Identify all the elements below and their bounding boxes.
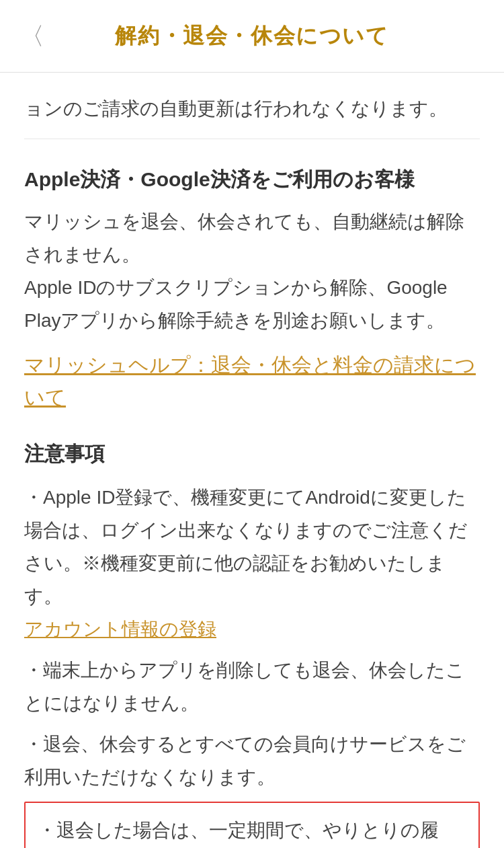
- page-title: 解約・退会・休会について: [20, 19, 484, 53]
- apple-google-body1: マリッシュを退会、休会されても、自動継続は解除されません。: [24, 205, 480, 271]
- note-item-3: ・退会、休会するとすべての会員向けサービスをご利用いただけなくなります。: [24, 728, 480, 794]
- apple-google-title: Apple決済・Google決済をご利用のお客様: [24, 163, 480, 196]
- top-note: ョンのご請求の自動更新は行われなくなります。: [24, 93, 480, 139]
- notes-title: 注意事項: [24, 438, 480, 470]
- notes-section: 注意事項 ・Apple ID登録で、機種変更にてAndroidに変更した場合は、…: [24, 438, 480, 848]
- note-item-highlighted-4: ・退会した場合は、一定期間で、やりとりの履歴・設定・年齢確認状況も抹消されます。: [24, 802, 480, 848]
- note-item-1: ・Apple ID登録で、機種変更にてAndroidに変更した場合は、ログイン出…: [24, 481, 480, 646]
- apple-google-section: Apple決済・Google決済をご利用のお客様 マリッシュを退会、休会されても…: [24, 163, 480, 414]
- account-info-link[interactable]: アカウント情報の登録: [24, 619, 216, 640]
- back-button[interactable]: 〈: [20, 17, 44, 56]
- apple-google-body2: Apple IDのサブスクリプションから解除、Google Playアプリから解…: [24, 271, 480, 337]
- apple-google-link-block: マリッシュヘルプ：退会・休会と料金の請求について: [24, 349, 480, 414]
- note-item-2: ・端末上からアプリを削除しても退会、休会したことにはなりません。: [24, 654, 480, 720]
- apple-google-help-link[interactable]: マリッシュヘルプ：退会・休会と料金の請求について: [24, 354, 476, 408]
- page-content: ョンのご請求の自動更新は行われなくなります。 Apple決済・Google決済を…: [0, 73, 504, 848]
- page-header: 〈 解約・退会・休会について: [0, 0, 504, 73]
